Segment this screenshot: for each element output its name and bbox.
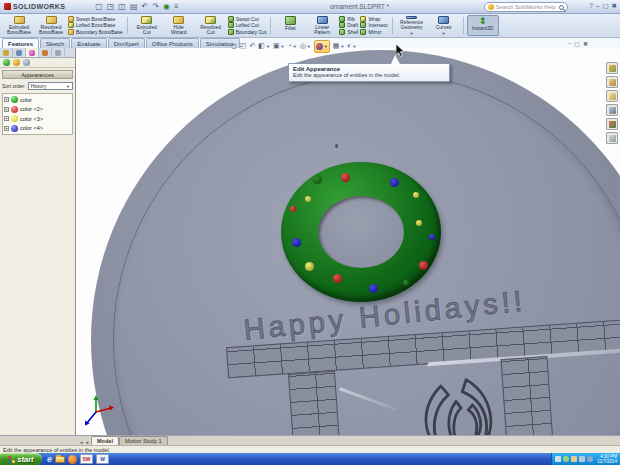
doc-close-icon[interactable]: ✖ [583, 40, 588, 47]
start-button[interactable]: start [0, 453, 42, 465]
display-manager-icon [29, 50, 35, 56]
boundary-boss-base-button[interactable]: Boundary Boss/Base [68, 29, 123, 35]
new-icon[interactable]: ▢ [95, 2, 103, 12]
wreath-model[interactable] [281, 162, 441, 302]
print-icon[interactable]: ▤ [130, 2, 138, 12]
sort-order-label: Sort order: [2, 83, 26, 89]
extruded-boss-base-button[interactable]: Extruded Boss/Base [3, 15, 35, 36]
view-appearances-icon[interactable] [3, 59, 10, 66]
dimxpert-manager-tab[interactable] [52, 48, 65, 57]
edit-appearance-icon[interactable]: ▼ [314, 40, 330, 53]
property-manager-tab[interactable] [13, 48, 26, 57]
revolved-boss-base-button[interactable]: Revolved Boss/Base [35, 15, 67, 36]
media-player-icon[interactable] [68, 455, 77, 464]
curves-button[interactable]: Curves ▼ [428, 15, 460, 36]
doc-minimize-icon[interactable]: – [568, 40, 571, 47]
solidworks-resources-tab[interactable] [606, 62, 618, 74]
sort-order-select[interactable]: History ▼ [28, 82, 73, 90]
tab-evaluate[interactable]: Evaluate [71, 38, 106, 48]
titlebar-controls: ? – ▢ ✖ [589, 2, 617, 10]
display-style-icon[interactable]: ◔▼ [288, 41, 297, 52]
tray-icon[interactable] [579, 456, 585, 462]
tab-features[interactable]: Features [2, 38, 39, 48]
file-explorer-tab[interactable] [606, 90, 618, 102]
ornament-ball [292, 238, 301, 247]
features-group: Fillet Linear Pattern Rib Draft Shell Wr [273, 15, 389, 36]
hole-wizard-icon [173, 16, 184, 24]
tab-dimxpert[interactable]: DimXpert [108, 38, 145, 48]
help-ball-icon [488, 4, 494, 10]
tray-icon[interactable] [555, 456, 561, 462]
tray-icon[interactable] [563, 456, 569, 462]
instant3d-button[interactable]: ⇕ Instant3D [467, 15, 499, 36]
linear-pattern-button[interactable]: Linear Pattern [306, 15, 338, 36]
zoom-area-icon[interactable]: ◰ [240, 41, 247, 51]
feature-manager-tab[interactable] [0, 48, 13, 57]
custom-properties-tab[interactable] [606, 132, 618, 144]
fillet-button[interactable]: Fillet [274, 15, 306, 36]
rebuild-icon[interactable]: ◉ [163, 2, 170, 12]
shell-button[interactable]: Shell [339, 29, 358, 35]
list-item-color-3[interactable]: + color <3> [4, 114, 71, 124]
zoom-fit-icon[interactable]: ◻ [231, 41, 237, 51]
ornament-ball [341, 173, 350, 182]
view-scene-lights-icon[interactable] [23, 59, 30, 66]
appearances-scenes-tab[interactable] [606, 118, 618, 130]
mirror-icon [360, 29, 366, 35]
apply-scene-icon[interactable]: ▦▼ [333, 41, 345, 52]
internet-explorer-icon[interactable]: e [47, 454, 52, 464]
view-orientation-icon[interactable]: ▣▼ [273, 41, 285, 52]
save-icon[interactable]: ◫ [118, 2, 126, 12]
options-icon[interactable]: ≡ [174, 2, 179, 12]
intersect-icon [360, 22, 366, 28]
mirror-button[interactable]: Mirror [360, 29, 387, 35]
graphics-viewport[interactable]: Happy Holidays!! [76, 48, 620, 435]
design-library-tab[interactable] [606, 76, 618, 88]
solidworks-taskbar-button[interactable]: SW [80, 454, 93, 464]
expand-icon[interactable]: + [4, 116, 9, 121]
hole-wizard-button[interactable]: Hole Wizard [163, 15, 195, 36]
redo-icon[interactable]: ↷ [152, 2, 159, 12]
tab-motion-study[interactable]: Motion Study 1 [119, 436, 168, 445]
doc-restore-icon[interactable]: ▢ [574, 40, 580, 47]
expand-icon[interactable]: + [4, 126, 9, 131]
reference-geometry-button[interactable]: Reference Geometry ▼ [396, 15, 428, 36]
close-icon[interactable]: ✖ [612, 2, 617, 10]
wreath-hole [318, 196, 404, 268]
previous-view-icon[interactable]: ↶ [249, 41, 255, 51]
section-view-icon[interactable]: ◧▼ [258, 41, 270, 52]
display-manager-tab[interactable] [26, 48, 39, 57]
list-item-color-1[interactable]: + color [4, 95, 71, 105]
hide-show-items-icon[interactable]: ◎▼ [300, 41, 311, 52]
expand-icon[interactable]: + [4, 97, 9, 102]
expand-icon[interactable]: + [4, 107, 9, 112]
tab-sketch[interactable]: Sketch [40, 38, 70, 48]
boundary-cut-button[interactable]: Boundary Cut [228, 29, 267, 35]
search-icon[interactable] [559, 5, 564, 10]
help-icon[interactable]: ? [589, 2, 593, 10]
tray-icon[interactable] [587, 456, 593, 462]
tray-icon[interactable] [571, 456, 577, 462]
maximize-icon[interactable]: ▢ [602, 2, 608, 10]
folder-icon[interactable] [55, 456, 65, 463]
search-input[interactable]: Search SolidWorks Help [484, 2, 568, 12]
word-taskbar-button[interactable]: W [96, 454, 109, 464]
open-icon[interactable]: ◳ [107, 2, 115, 12]
configuration-manager-tab[interactable] [39, 48, 52, 57]
tab-model[interactable]: Model [91, 436, 119, 445]
file-explorer-icon [609, 93, 616, 100]
view-palette-tab[interactable] [606, 104, 618, 116]
model-tab-bar: ◂ ▸ Model Motion Study 1 [0, 435, 620, 445]
revolved-boss-base-icon [46, 16, 57, 24]
tab-office-products[interactable]: Office Products [146, 38, 199, 48]
revolved-cut-icon [205, 16, 216, 24]
view-decals-icon[interactable] [13, 59, 20, 66]
extruded-cut-button[interactable]: Extruded Cut [131, 15, 163, 36]
minimize-icon[interactable]: – [596, 2, 600, 10]
list-item-color-4[interactable]: + color <4> [4, 124, 71, 134]
undo-icon[interactable]: ↶ [141, 2, 148, 12]
revolved-cut-button[interactable]: Revolved Cut [195, 15, 227, 36]
view-settings-icon[interactable]: ◐▼ [347, 41, 356, 52]
list-item-color-2[interactable]: + color <2> [4, 105, 71, 115]
taskbar-clock[interactable]: 4:10 PM 11/7/2014 [595, 454, 617, 464]
